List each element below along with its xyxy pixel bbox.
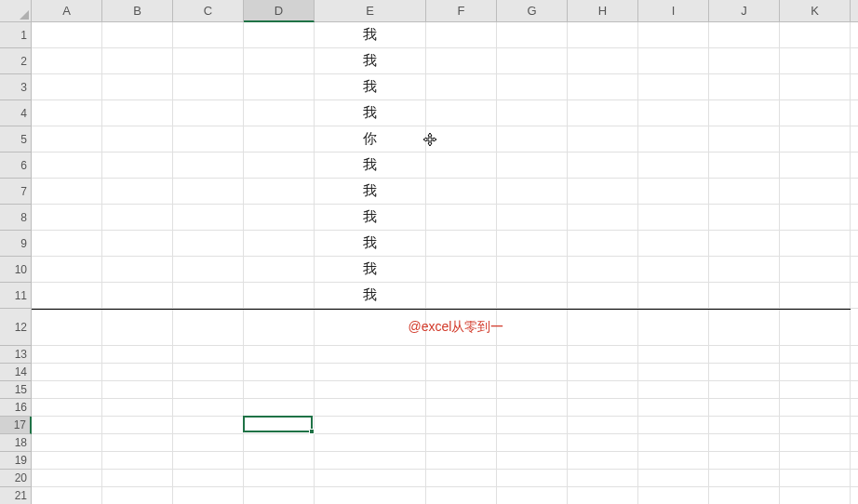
cell-D7[interactable] <box>244 179 315 205</box>
row-header-21[interactable]: 21 <box>0 487 32 504</box>
cell-F15[interactable] <box>426 381 497 399</box>
cell-G20[interactable] <box>497 470 568 487</box>
cell-C4[interactable] <box>173 100 244 126</box>
cell-E20[interactable] <box>315 470 426 487</box>
cell-K1[interactable] <box>780 22 851 48</box>
cell-E4[interactable]: 我 <box>315 100 426 126</box>
cell-L2[interactable] <box>851 48 858 74</box>
cell-G5[interactable] <box>497 126 568 153</box>
cell-J3[interactable] <box>709 74 780 100</box>
cell-D20[interactable] <box>244 470 315 487</box>
cell-C10[interactable] <box>173 257 244 283</box>
cell-K13[interactable] <box>780 346 851 364</box>
cell-H20[interactable] <box>568 470 638 487</box>
cell-F3[interactable] <box>426 74 497 100</box>
cell-A1[interactable] <box>32 22 102 48</box>
row-header-17[interactable]: 17 <box>0 417 32 434</box>
cell-F10[interactable] <box>426 257 497 283</box>
cell-E15[interactable] <box>315 381 426 399</box>
row-header-15[interactable]: 15 <box>0 381 32 399</box>
row-header-14[interactable]: 14 <box>0 364 32 381</box>
cell-I20[interactable] <box>638 470 709 487</box>
cell-H3[interactable] <box>568 74 638 100</box>
cell-G3[interactable] <box>497 74 568 100</box>
cell-H1[interactable] <box>568 22 638 48</box>
cell-I1[interactable] <box>638 22 709 48</box>
cell-G16[interactable] <box>497 399 568 417</box>
row-header-8[interactable]: 8 <box>0 205 32 231</box>
cell-L21[interactable] <box>851 487 858 504</box>
cell-C12[interactable] <box>173 309 244 346</box>
cell-J11[interactable] <box>709 283 780 309</box>
cell-L7[interactable] <box>851 179 858 205</box>
column-header-H[interactable]: H <box>568 0 638 22</box>
cell-B20[interactable] <box>102 470 173 487</box>
cell-K20[interactable] <box>780 470 851 487</box>
cell-C16[interactable] <box>173 399 244 417</box>
row-header-12[interactable]: 12 <box>0 309 32 346</box>
cell-A11[interactable] <box>32 283 102 309</box>
cell-H8[interactable] <box>568 205 638 231</box>
cell-I13[interactable] <box>638 346 709 364</box>
cell-E21[interactable] <box>315 487 426 504</box>
cell-H18[interactable] <box>568 434 638 452</box>
cell-A5[interactable] <box>32 126 102 153</box>
cell-H16[interactable] <box>568 399 638 417</box>
row-header-1[interactable]: 1 <box>0 22 32 48</box>
cell-B17[interactable] <box>102 417 173 434</box>
cell-E5[interactable]: 你 <box>315 126 426 153</box>
cell-G12[interactable] <box>497 309 568 346</box>
cell-C21[interactable] <box>173 487 244 504</box>
cell-G14[interactable] <box>497 364 568 381</box>
cell-A8[interactable] <box>32 205 102 231</box>
cell-J17[interactable] <box>709 417 780 434</box>
cell-L8[interactable] <box>851 205 858 231</box>
cell-L6[interactable] <box>851 153 858 179</box>
cell-J15[interactable] <box>709 381 780 399</box>
cell-E8[interactable]: 我 <box>315 205 426 231</box>
cell-D8[interactable] <box>244 205 315 231</box>
cell-B19[interactable] <box>102 452 173 470</box>
cell-E13[interactable] <box>315 346 426 364</box>
cell-C14[interactable] <box>173 364 244 381</box>
cell-B7[interactable] <box>102 179 173 205</box>
cell-J19[interactable] <box>709 452 780 470</box>
cell-H10[interactable] <box>568 257 638 283</box>
cell-B21[interactable] <box>102 487 173 504</box>
cell-G4[interactable] <box>497 100 568 126</box>
cell-G21[interactable] <box>497 487 568 504</box>
column-header-C[interactable]: C <box>173 0 244 22</box>
row-header-3[interactable]: 3 <box>0 74 32 100</box>
cell-K7[interactable] <box>780 179 851 205</box>
cell-B8[interactable] <box>102 205 173 231</box>
cell-D4[interactable] <box>244 100 315 126</box>
cell-E17[interactable] <box>315 417 426 434</box>
cell-L20[interactable] <box>851 470 858 487</box>
cell-B4[interactable] <box>102 100 173 126</box>
cell-J2[interactable] <box>709 48 780 74</box>
cell-G6[interactable] <box>497 153 568 179</box>
cell-L4[interactable] <box>851 100 858 126</box>
cell-I16[interactable] <box>638 399 709 417</box>
cell-D13[interactable] <box>244 346 315 364</box>
cell-C1[interactable] <box>173 22 244 48</box>
cell-E2[interactable]: 我 <box>315 48 426 74</box>
cell-K14[interactable] <box>780 364 851 381</box>
cell-J18[interactable] <box>709 434 780 452</box>
cell-D16[interactable] <box>244 399 315 417</box>
cell-A9[interactable] <box>32 231 102 257</box>
cell-C7[interactable] <box>173 179 244 205</box>
cell-D10[interactable] <box>244 257 315 283</box>
row-header-2[interactable]: 2 <box>0 48 32 74</box>
cell-H7[interactable] <box>568 179 638 205</box>
cell-B13[interactable] <box>102 346 173 364</box>
cell-C17[interactable] <box>173 417 244 434</box>
cell-I7[interactable] <box>638 179 709 205</box>
row-header-11[interactable]: 11 <box>0 283 32 309</box>
cell-C11[interactable] <box>173 283 244 309</box>
cell-I18[interactable] <box>638 434 709 452</box>
cell-J16[interactable] <box>709 399 780 417</box>
cell-I14[interactable] <box>638 364 709 381</box>
cell-K3[interactable] <box>780 74 851 100</box>
cell-A19[interactable] <box>32 452 102 470</box>
